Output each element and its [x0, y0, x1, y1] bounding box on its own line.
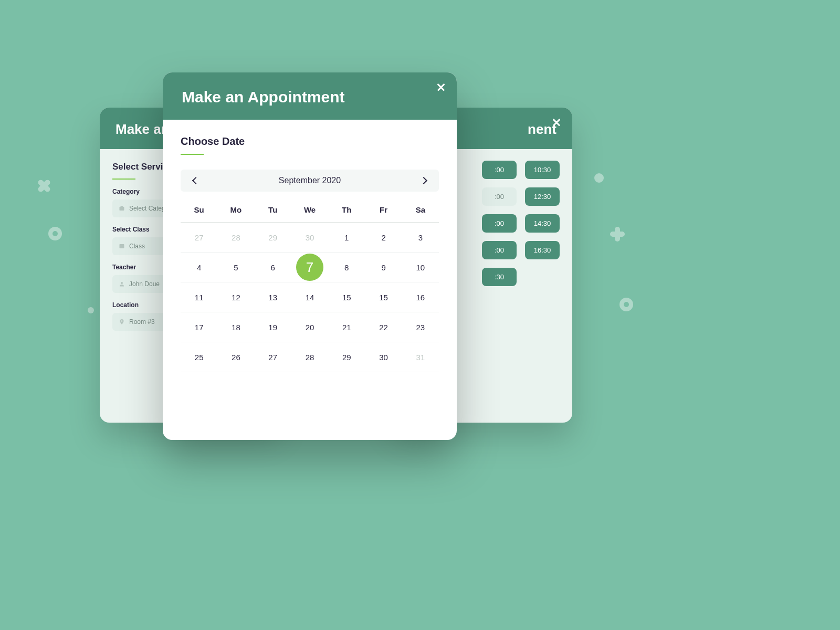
section-title: Choose Date — [181, 135, 439, 148]
calendar-day[interactable]: 29 — [328, 342, 365, 372]
calendar-day[interactable]: 20 — [291, 312, 328, 342]
calendar-day[interactable]: 14 — [291, 282, 328, 312]
calendar-day[interactable]: 3 — [402, 223, 439, 252]
calendar-day[interactable]: 29 — [255, 223, 291, 252]
calendar-day[interactable]: 27 — [255, 342, 291, 372]
calendar-day[interactable]: 30 — [291, 223, 328, 252]
card-title: Make an Appointment — [182, 88, 438, 106]
calendar-day[interactable]: 15 — [365, 282, 402, 312]
calendar-day[interactable]: 9 — [365, 253, 402, 282]
accent-line — [112, 178, 135, 180]
calendar-day[interactable]: 16 — [402, 282, 439, 312]
calendar-day[interactable]: 21 — [328, 312, 365, 342]
time-slot[interactable]: :00 — [482, 161, 517, 179]
chevron-right-icon[interactable] — [420, 176, 429, 185]
time-slot[interactable]: :00 — [482, 241, 517, 259]
category-icon — [119, 205, 125, 212]
calendar-day[interactable]: 19 — [255, 312, 291, 342]
calendar-weekday: Fr — [365, 197, 402, 222]
decoration-dot-icon — [88, 307, 94, 313]
location-value: Room #3 — [129, 318, 155, 326]
calendar-weekday: Th — [328, 197, 365, 222]
calendar-month-label: September 2020 — [279, 176, 341, 185]
accent-line — [181, 154, 204, 155]
calendar-weekday: We — [291, 197, 328, 222]
decoration-x-icon — [37, 178, 51, 193]
time-slot[interactable]: :00 — [482, 214, 517, 233]
svg-rect-0 — [120, 207, 124, 211]
calendar-day[interactable]: 10 — [402, 253, 439, 282]
time-slot[interactable]: 10:30 — [525, 161, 560, 179]
svg-rect-2 — [120, 244, 124, 248]
chevron-left-icon[interactable] — [190, 176, 200, 185]
calendar-day[interactable]: 18 — [217, 312, 254, 342]
decoration-ring-icon — [620, 298, 633, 311]
calendar-day[interactable]: 4 — [181, 253, 217, 282]
calendar-weekday: Mo — [217, 197, 254, 222]
calendar-day[interactable]: 2 — [365, 223, 402, 252]
svg-point-4 — [121, 320, 123, 322]
card-header: Make an Appointment — [163, 72, 457, 120]
calendar-weekday: Tu — [255, 197, 291, 222]
decoration-dot-icon — [594, 173, 604, 183]
pin-icon — [119, 319, 125, 325]
person-icon — [119, 281, 125, 287]
close-icon[interactable] — [551, 117, 562, 128]
calendar-day[interactable]: 1 — [328, 223, 365, 252]
teacher-value: John Doue — [129, 280, 160, 288]
calendar-day[interactable]: 17 — [181, 312, 217, 342]
date-card: Make an Appointment Choose Date Septembe… — [163, 72, 457, 440]
calendar-weekday: Su — [181, 197, 217, 222]
calendar-grid: SuMoTuWeThFrSa27282930123456789101112131… — [181, 197, 439, 372]
calendar-day[interactable]: 27 — [181, 223, 217, 252]
calendar-day[interactable]: 31 — [402, 342, 439, 372]
class-value: Class — [129, 243, 145, 250]
svg-rect-1 — [121, 206, 123, 207]
calendar-day[interactable]: 28 — [217, 223, 254, 252]
close-icon[interactable] — [436, 82, 446, 92]
decoration-ring-icon — [48, 227, 62, 240]
time-slot[interactable]: :00 — [482, 187, 517, 206]
calendar-day[interactable]: 6 — [255, 253, 291, 282]
time-slot[interactable]: :30 — [482, 268, 517, 286]
calendar-day[interactable]: 30 — [365, 342, 402, 372]
calendar-day[interactable]: 8 — [328, 253, 365, 282]
decoration-plus-icon — [610, 227, 625, 242]
calendar-day[interactable]: 28 — [291, 342, 328, 372]
calendar-day[interactable]: 13 — [255, 282, 291, 312]
calendar-day[interactable]: 25 — [181, 342, 217, 372]
calendar-day[interactable]: 7 — [291, 253, 328, 282]
calendar-day[interactable]: 11 — [181, 282, 217, 312]
calendar-day[interactable]: 15 — [328, 282, 365, 312]
class-icon — [119, 243, 125, 249]
calendar-day[interactable]: 26 — [217, 342, 254, 372]
time-slot[interactable]: 16:30 — [525, 241, 560, 259]
calendar-day[interactable]: 5 — [217, 253, 254, 282]
time-slot[interactable]: 12:30 — [525, 187, 560, 206]
calendar-day[interactable]: 12 — [217, 282, 254, 312]
calendar-weekday: Sa — [402, 197, 439, 222]
time-slot[interactable]: 14:30 — [525, 214, 560, 233]
calendar-day[interactable]: 23 — [402, 312, 439, 342]
calendar-nav: September 2020 — [181, 170, 439, 192]
svg-point-3 — [121, 282, 123, 284]
calendar-day[interactable]: 22 — [365, 312, 402, 342]
